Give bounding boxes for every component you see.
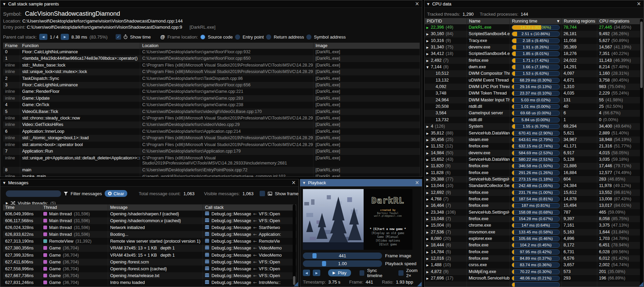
column-frame[interactable]: Frame xyxy=(3,43,20,49)
process-row[interactable]: ▶4,872(9) MsMpEng.exe 70.22 ms (0.30%) 5… xyxy=(425,269,643,275)
close-icon[interactable]: × xyxy=(415,1,419,6)
column-cpu-migrations[interactable]: CPU migrations xyxy=(597,18,643,24)
process-row[interactable]: ▶11,828(6) firefox.exe 291.26 ms (1.26%)… xyxy=(425,170,643,176)
process-row[interactable]: ▶35,812(88) ServiceHub.DataWarehou 670.4… xyxy=(425,130,643,137)
expand-icon[interactable]: ▶ xyxy=(426,170,431,176)
cpu-scrollbar[interactable] xyxy=(640,19,643,286)
message-row[interactable]: 627,831,246ns Game(36,704) Intro menu lo… xyxy=(3,279,296,286)
expand-icon[interactable]: ▶ xyxy=(426,58,431,64)
process-row[interactable] xyxy=(425,282,643,287)
resize-grip[interactable] xyxy=(294,282,298,286)
process-row[interactable]: ▶15,652(43) ServiceHub.DataWarehou 580.2… xyxy=(425,156,643,163)
expand-icon[interactable]: ▶ xyxy=(426,38,431,44)
step-back-button[interactable]: ◀ xyxy=(303,270,310,276)
expand-icon[interactable]: ▶ xyxy=(426,150,431,156)
process-row[interactable]: ▶18,444(6) firefox.exe 104.2 ms (0.45%) … xyxy=(425,242,643,248)
message-row[interactable]: 627,380,356ns Game(36,704) VRAM 37x45: 1… xyxy=(3,245,296,252)
column-message[interactable]: Message xyxy=(108,204,203,211)
process-row[interactable]: ▶11,152(12) firefox.exe 632.15 ms (2.74%… xyxy=(425,143,643,149)
radio-source-code-label[interactable]: Source code xyxy=(208,34,233,40)
column-time[interactable]: Time xyxy=(3,204,41,211)
process-row[interactable]: ▶4(126) System 1.55 s (6.70%) 69,294 34,… xyxy=(425,123,643,130)
slider-grab[interactable] xyxy=(322,261,326,266)
expand-icon[interactable]: ▼ xyxy=(426,64,431,70)
column-location[interactable]: Location xyxy=(140,43,313,49)
show-time-label[interactable]: Show time xyxy=(130,34,151,40)
process-row[interactable]: ▶27,536(7) msvsmon.exe 133.45 ms (0.58%)… xyxy=(425,229,643,235)
process-row[interactable]: ▶22,396(49) DarkRL.exe 14.33 s (62.06%) … xyxy=(425,24,643,31)
playback-speed-slider[interactable]: 1.00 xyxy=(303,260,382,267)
process-row[interactable]: ▶12,692(9) firefox.exe 231.76 ms (1.00%)… xyxy=(425,189,643,196)
message-row[interactable]: 627,399,326ns Game(36,704) VRAM 43x45: 1… xyxy=(3,252,296,259)
process-row[interactable]: 13,732 ntdll.dll 5.84 us (0.00%) 1 0(0.0… xyxy=(425,117,643,123)
column-image[interactable]: Image xyxy=(313,43,420,49)
process-row[interactable]: 3,564 GameInput server 69.68 us (0.00%) … xyxy=(425,110,643,116)
radio-source-code[interactable] xyxy=(200,34,205,40)
expand-icon[interactable]: ▶ xyxy=(426,210,431,216)
expand-icon[interactable]: ▶ xyxy=(426,242,431,248)
show-time-checkbox[interactable]: ✓ xyxy=(116,34,121,40)
radio-return-address[interactable] xyxy=(266,34,271,40)
expand-icon[interactable]: ▶ xyxy=(426,157,431,163)
collapse-icon[interactable]: ▼ xyxy=(3,181,5,185)
expand-icon[interactable]: ▶ xyxy=(426,223,431,229)
process-row[interactable]: ▶13,048(7) firefox.exe 154.28 ms (0.67%)… xyxy=(425,216,643,222)
radio-entry-point-label[interactable]: Entry point xyxy=(243,34,264,40)
process-row[interactable]: ▶1,488(10) csrss.exe 83.74 ms (0.36%) 3,… xyxy=(425,262,643,268)
expand-icon[interactable]: ▶ xyxy=(426,249,431,255)
process-row[interactable]: ▶11,820(9) firefox.exe 346.58 ms (1.50%)… xyxy=(425,163,643,169)
collapse-icon[interactable]: ▼ xyxy=(3,2,5,6)
message-row[interactable]: 627,667,736ns Game(36,704) Opening /meta… xyxy=(3,272,296,279)
process-row[interactable]: ▶27,696(17) Microsoft.ServiceHub.Co 48.0… xyxy=(425,275,643,282)
close-icon[interactable]: × xyxy=(636,1,641,6)
process-row[interactable]: ▶30,160(84) ScriptedSandbox64.exe 2.51 s… xyxy=(425,31,643,37)
window-titlebar[interactable]: ▼ Messages × xyxy=(0,179,298,187)
process-row[interactable]: ▶15,004(8) chrome.exe 147 ms (0.64%) 7,1… xyxy=(425,222,643,229)
radio-return-address-label[interactable]: Return address xyxy=(274,34,304,40)
radio-symbol-address-label[interactable]: Symbol address xyxy=(314,34,346,40)
expand-icon[interactable]: ▶ xyxy=(426,143,431,149)
filter-input[interactable] xyxy=(6,190,61,197)
cpu-table-header[interactable]: PID/TID Name Running time▼ Running regio… xyxy=(425,18,643,24)
radio-entry-point[interactable] xyxy=(235,34,240,40)
sync-timeline-label[interactable]: Sync timeline xyxy=(367,268,391,278)
message-row[interactable]: 626,024,328ns Main thread(31,596) Networ… xyxy=(3,224,296,231)
expand-icon[interactable]: ▶ xyxy=(426,269,431,275)
message-row[interactable]: 626,833,622ns Main thread(31,596) Bootin… xyxy=(3,231,296,238)
expand-icon[interactable]: ▶ xyxy=(426,163,431,169)
process-row[interactable]: ▶23,348(106) ServiceHub.SettingsHost 158… xyxy=(425,209,643,216)
close-icon[interactable]: × xyxy=(415,180,419,185)
play-button[interactable]: ▶ Play xyxy=(328,269,351,276)
expand-icon[interactable]: ▶ xyxy=(426,31,431,37)
expand-icon[interactable]: ▶ xyxy=(426,190,431,196)
expand-icon[interactable]: ▶ xyxy=(426,176,431,183)
expand-icon[interactable]: ▶ xyxy=(426,196,431,202)
process-row[interactable]: 3,748 DWM Token Thread 23.37 ms (0.10%) … xyxy=(425,90,643,97)
expand-icon[interactable]: ▶ xyxy=(426,216,431,222)
process-row[interactable]: ▶34,412(18) ScriptedSandbox64.exe 1.85 s… xyxy=(425,51,643,57)
message-row[interactable]: 627,411,606ns Game(36,704) Opening /fore… xyxy=(3,259,296,266)
expand-icon[interactable]: ▶ xyxy=(426,256,431,262)
process-row[interactable]: ▶13,044(10) StandardCollector.Servic 242… xyxy=(425,183,643,189)
zoom-2x-checkbox[interactable] xyxy=(398,270,403,276)
next-parent-button[interactable]: ▶ xyxy=(61,34,69,40)
process-row[interactable]: ▶2,492(7) firefox.exe 1.71 s (7.42%) 24,… xyxy=(425,57,643,64)
messages-table-header[interactable]: Time Thread Message Call stack xyxy=(3,204,296,211)
resize-grip[interactable] xyxy=(417,282,422,286)
expand-icon[interactable]: ▶ xyxy=(426,124,431,130)
process-row[interactable]: ▶12,016(2) firefox.exe 84.89 ms (0.37%) … xyxy=(425,255,643,262)
column-name[interactable]: Name xyxy=(467,18,510,24)
slider-grab[interactable] xyxy=(312,253,317,258)
column-thread[interactable]: Thread xyxy=(41,204,108,211)
expand-icon[interactable]: ▶ xyxy=(426,44,431,51)
column-running-time[interactable]: Running time▼ xyxy=(510,18,562,24)
column-function[interactable]: Function xyxy=(20,43,140,49)
messages-scrollbar[interactable] xyxy=(293,204,296,286)
expand-icon[interactable]: ▶ xyxy=(426,262,431,268)
close-icon[interactable]: × xyxy=(291,180,296,185)
sync-timeline-checkbox[interactable] xyxy=(360,270,364,276)
collapse-icon[interactable]: ▼ xyxy=(303,181,305,185)
expand-icon[interactable]: ▶ xyxy=(426,183,431,189)
column-running-regions[interactable]: Running regions xyxy=(562,18,597,24)
collapse-icon[interactable]: ▼ xyxy=(427,2,429,6)
